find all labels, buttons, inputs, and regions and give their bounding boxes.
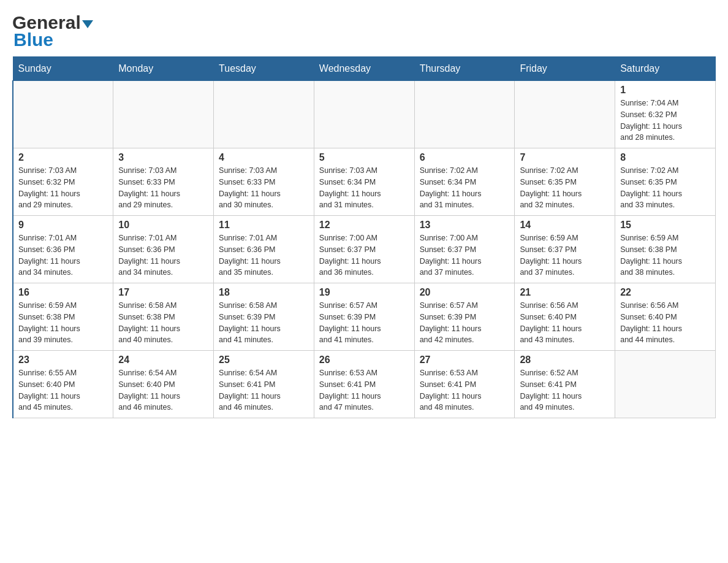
day-number: 8	[620, 152, 710, 163]
day-info: Sunrise: 7:03 AMSunset: 6:33 PMDaylight:…	[219, 165, 309, 211]
day-info: Sunrise: 7:01 AMSunset: 6:36 PMDaylight:…	[18, 232, 108, 278]
calendar-cell	[615, 351, 716, 418]
day-number: 5	[319, 152, 409, 163]
weekday-header-tuesday: Tuesday	[214, 57, 314, 81]
calendar-cell: 3Sunrise: 7:03 AMSunset: 6:33 PMDaylight…	[113, 148, 214, 216]
week-row-3: 9Sunrise: 7:01 AMSunset: 6:36 PMDaylight…	[13, 216, 716, 283]
day-number: 20	[420, 287, 510, 298]
day-info: Sunrise: 6:57 AMSunset: 6:39 PMDaylight:…	[319, 300, 409, 346]
calendar-cell: 7Sunrise: 7:02 AMSunset: 6:35 PMDaylight…	[515, 148, 615, 216]
calendar-cell: 5Sunrise: 7:03 AMSunset: 6:34 PMDaylight…	[314, 148, 414, 216]
calendar-cell: 2Sunrise: 7:03 AMSunset: 6:32 PMDaylight…	[13, 148, 113, 216]
calendar-cell	[314, 81, 414, 148]
day-number: 2	[18, 152, 108, 163]
weekday-header-row: SundayMondayTuesdayWednesdayThursdayFrid…	[13, 57, 716, 81]
day-number: 23	[18, 354, 108, 366]
logo-blue: Blue	[12, 29, 53, 50]
calendar-cell: 24Sunrise: 6:54 AMSunset: 6:40 PMDayligh…	[113, 351, 214, 418]
calendar-cell: 19Sunrise: 6:57 AMSunset: 6:39 PMDayligh…	[314, 283, 414, 351]
weekday-header-saturday: Saturday	[615, 57, 716, 81]
calendar-cell: 27Sunrise: 6:53 AMSunset: 6:41 PMDayligh…	[414, 351, 515, 418]
calendar-cell: 18Sunrise: 6:58 AMSunset: 6:39 PMDayligh…	[214, 283, 314, 351]
weekday-header-thursday: Thursday	[414, 57, 515, 81]
day-info: Sunrise: 6:56 AMSunset: 6:40 PMDaylight:…	[520, 300, 610, 346]
day-number: 13	[420, 220, 510, 231]
page-header: General Blue	[12, 12, 716, 50]
day-number: 1	[620, 85, 710, 96]
calendar-cell: 17Sunrise: 6:58 AMSunset: 6:38 PMDayligh…	[113, 283, 214, 351]
week-row-2: 2Sunrise: 7:03 AMSunset: 6:32 PMDaylight…	[13, 148, 716, 216]
day-number: 12	[319, 220, 409, 231]
week-row-4: 16Sunrise: 6:59 AMSunset: 6:38 PMDayligh…	[13, 283, 716, 351]
day-number: 19	[319, 287, 409, 298]
calendar-cell: 11Sunrise: 7:01 AMSunset: 6:36 PMDayligh…	[214, 216, 314, 283]
day-info: Sunrise: 7:00 AMSunset: 6:37 PMDaylight:…	[319, 232, 409, 278]
day-info: Sunrise: 7:03 AMSunset: 6:34 PMDaylight:…	[319, 165, 409, 211]
day-info: Sunrise: 7:03 AMSunset: 6:32 PMDaylight:…	[18, 165, 108, 211]
day-info: Sunrise: 7:02 AMSunset: 6:35 PMDaylight:…	[620, 165, 710, 211]
calendar-cell: 9Sunrise: 7:01 AMSunset: 6:36 PMDaylight…	[13, 216, 113, 283]
day-number: 22	[620, 287, 710, 298]
calendar-cell: 23Sunrise: 6:55 AMSunset: 6:40 PMDayligh…	[13, 351, 113, 418]
week-row-1: 1Sunrise: 7:04 AMSunset: 6:32 PMDaylight…	[13, 81, 716, 148]
weekday-header-friday: Friday	[515, 57, 615, 81]
calendar-cell: 6Sunrise: 7:02 AMSunset: 6:34 PMDaylight…	[414, 148, 515, 216]
day-info: Sunrise: 6:55 AMSunset: 6:40 PMDaylight:…	[18, 367, 108, 413]
day-info: Sunrise: 6:58 AMSunset: 6:39 PMDaylight:…	[219, 300, 309, 346]
day-info: Sunrise: 6:59 AMSunset: 6:38 PMDaylight:…	[18, 300, 108, 346]
calendar-cell: 16Sunrise: 6:59 AMSunset: 6:38 PMDayligh…	[13, 283, 113, 351]
day-info: Sunrise: 6:59 AMSunset: 6:37 PMDaylight:…	[520, 232, 610, 278]
day-info: Sunrise: 7:04 AMSunset: 6:32 PMDaylight:…	[620, 98, 710, 144]
calendar-cell	[515, 81, 615, 148]
day-info: Sunrise: 7:01 AMSunset: 6:36 PMDaylight:…	[118, 232, 208, 278]
calendar-cell	[113, 81, 214, 148]
calendar-cell: 20Sunrise: 6:57 AMSunset: 6:39 PMDayligh…	[414, 283, 515, 351]
day-info: Sunrise: 7:02 AMSunset: 6:35 PMDaylight:…	[520, 165, 610, 211]
calendar-cell: 14Sunrise: 6:59 AMSunset: 6:37 PMDayligh…	[515, 216, 615, 283]
day-number: 21	[520, 287, 610, 298]
day-number: 7	[520, 152, 610, 163]
day-info: Sunrise: 6:56 AMSunset: 6:40 PMDaylight:…	[620, 300, 710, 346]
day-number: 25	[219, 354, 309, 366]
calendar-cell: 1Sunrise: 7:04 AMSunset: 6:32 PMDaylight…	[615, 81, 716, 148]
day-info: Sunrise: 7:03 AMSunset: 6:33 PMDaylight:…	[118, 165, 208, 211]
calendar-cell: 15Sunrise: 6:59 AMSunset: 6:38 PMDayligh…	[615, 216, 716, 283]
calendar-cell	[414, 81, 515, 148]
day-info: Sunrise: 6:53 AMSunset: 6:41 PMDaylight:…	[420, 367, 510, 413]
day-number: 4	[219, 152, 309, 163]
day-info: Sunrise: 6:53 AMSunset: 6:41 PMDaylight:…	[319, 367, 409, 413]
week-row-5: 23Sunrise: 6:55 AMSunset: 6:40 PMDayligh…	[13, 351, 716, 418]
day-number: 10	[118, 220, 208, 231]
calendar-cell: 21Sunrise: 6:56 AMSunset: 6:40 PMDayligh…	[515, 283, 615, 351]
day-info: Sunrise: 7:00 AMSunset: 6:37 PMDaylight:…	[420, 232, 510, 278]
weekday-header-wednesday: Wednesday	[314, 57, 414, 81]
day-info: Sunrise: 6:54 AMSunset: 6:41 PMDaylight:…	[219, 367, 309, 413]
calendar-cell: 26Sunrise: 6:53 AMSunset: 6:41 PMDayligh…	[314, 351, 414, 418]
day-info: Sunrise: 6:58 AMSunset: 6:38 PMDaylight:…	[118, 300, 208, 346]
logo-triangle-icon	[82, 20, 93, 28]
calendar-cell: 4Sunrise: 7:03 AMSunset: 6:33 PMDaylight…	[214, 148, 314, 216]
day-number: 28	[520, 354, 610, 366]
day-number: 6	[420, 152, 510, 163]
day-number: 27	[420, 354, 510, 366]
logo: General Blue	[12, 12, 93, 50]
day-info: Sunrise: 7:02 AMSunset: 6:34 PMDaylight:…	[420, 165, 510, 211]
day-number: 18	[219, 287, 309, 298]
day-info: Sunrise: 6:54 AMSunset: 6:40 PMDaylight:…	[118, 367, 208, 413]
calendar-cell	[214, 81, 314, 148]
day-number: 9	[18, 220, 108, 231]
calendar-cell: 8Sunrise: 7:02 AMSunset: 6:35 PMDaylight…	[615, 148, 716, 216]
day-number: 11	[219, 220, 309, 231]
calendar-cell	[13, 81, 113, 148]
day-number: 26	[319, 354, 409, 366]
calendar-cell: 12Sunrise: 7:00 AMSunset: 6:37 PMDayligh…	[314, 216, 414, 283]
day-number: 15	[620, 220, 710, 231]
day-info: Sunrise: 7:01 AMSunset: 6:36 PMDaylight:…	[219, 232, 309, 278]
calendar-cell: 25Sunrise: 6:54 AMSunset: 6:41 PMDayligh…	[214, 351, 314, 418]
day-number: 24	[118, 354, 208, 366]
day-number: 17	[118, 287, 208, 298]
day-info: Sunrise: 6:52 AMSunset: 6:41 PMDaylight:…	[520, 367, 610, 413]
day-number: 3	[118, 152, 208, 163]
day-number: 16	[18, 287, 108, 298]
weekday-header-sunday: Sunday	[13, 57, 113, 81]
